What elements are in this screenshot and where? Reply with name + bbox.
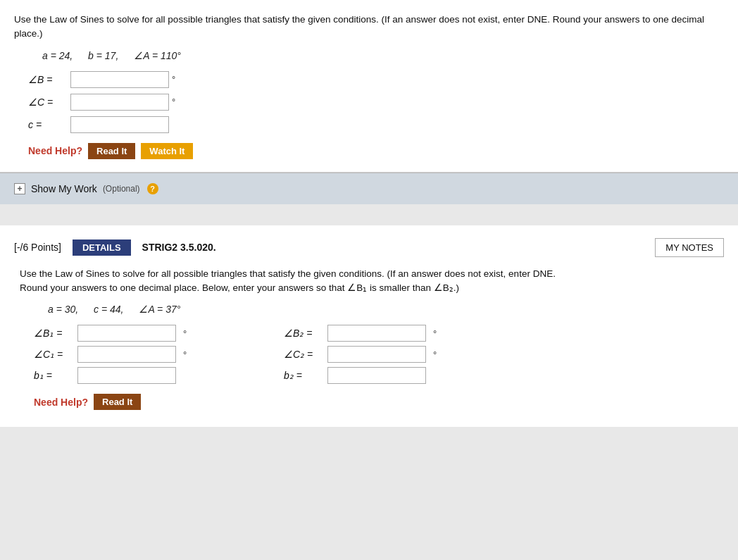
given2-c: c = 44, bbox=[94, 304, 123, 315]
angleC-input[interactable] bbox=[70, 94, 169, 111]
angleB1-input[interactable] bbox=[77, 325, 176, 342]
problem2-given: a = 30, c = 44, ∠A = 37° bbox=[48, 304, 724, 315]
angleB1-row: ∠B₁ = ° bbox=[34, 325, 263, 342]
b2-input[interactable] bbox=[327, 367, 426, 384]
problem2-header: [-/6 Points] DETAILS STRIG2 3.5.020. MY … bbox=[14, 238, 724, 257]
angleB2-degree: ° bbox=[433, 328, 437, 339]
angleC2-input[interactable] bbox=[327, 346, 426, 363]
problem1-given: a = 24, b = 17, ∠A = 110° bbox=[42, 50, 724, 61]
angleB1-degree: ° bbox=[183, 328, 187, 339]
c-label: c = bbox=[28, 119, 70, 130]
need-help-label: Need Help? bbox=[28, 145, 82, 156]
need-help-label-2: Need Help? bbox=[34, 397, 88, 408]
show-my-work-optional: (Optional) bbox=[103, 184, 140, 194]
problem2-instructions-line2: Round your answers to one decimal place.… bbox=[20, 282, 459, 293]
angleB-row: ∠B = ° bbox=[28, 71, 724, 88]
angleC-row: ∠C = ° bbox=[28, 94, 724, 111]
angleB2-label: ∠B₂ = bbox=[284, 328, 323, 339]
b2-label: b₂ = bbox=[284, 370, 323, 381]
angleC1-degree: ° bbox=[183, 349, 187, 360]
b1-input[interactable] bbox=[77, 367, 176, 384]
gap-section bbox=[0, 204, 738, 225]
angleC2-degree: ° bbox=[433, 349, 437, 360]
show-my-work-label: Show My Work bbox=[31, 183, 97, 194]
question-icon: ? bbox=[147, 183, 158, 194]
angleB2-input[interactable] bbox=[327, 325, 426, 342]
problem1-section: Use the Law of Sines to solve for all po… bbox=[0, 0, 738, 173]
angleC-degree: ° bbox=[172, 97, 175, 107]
watch-it-button[interactable]: Watch It bbox=[141, 143, 193, 159]
angleC1-row: ∠C₁ = ° bbox=[34, 346, 263, 363]
angleC2-row: ∠C₂ = ° bbox=[284, 346, 513, 363]
read-it-button[interactable]: Read It bbox=[88, 143, 135, 159]
c-input[interactable] bbox=[70, 116, 169, 133]
plus-icon: + bbox=[14, 183, 25, 194]
show-my-work-section: + Show My Work (Optional) ? bbox=[0, 173, 738, 204]
problem2-input-grid: ∠B₁ = ° ∠B₂ = ° ∠C₁ = ° ∠C₂ = ° bbox=[34, 325, 513, 384]
my-notes-button[interactable]: MY NOTES bbox=[655, 238, 724, 257]
b1-row: b₁ = bbox=[34, 367, 263, 384]
angleB-label: ∠B = bbox=[28, 74, 70, 85]
problem1-instructions: Use the Law of Sines to solve for all po… bbox=[14, 13, 724, 42]
given-a: a = 24, bbox=[42, 50, 73, 61]
angleC2-label: ∠C₂ = bbox=[284, 349, 323, 360]
show-my-work-button[interactable]: + Show My Work (Optional) ? bbox=[14, 183, 158, 194]
points-label: [-/6 Points] bbox=[14, 242, 61, 253]
need-help-row: Need Help? Read It Watch It bbox=[28, 143, 724, 159]
details-button[interactable]: DETAILS bbox=[73, 239, 131, 256]
angleC-label: ∠C = bbox=[28, 97, 70, 108]
problem-code: STRIG2 3.5.020. bbox=[142, 242, 644, 253]
b1-label: b₁ = bbox=[34, 370, 73, 381]
problem2-section: [-/6 Points] DETAILS STRIG2 3.5.020. MY … bbox=[0, 225, 738, 428]
angleC1-label: ∠C₁ = bbox=[34, 349, 73, 360]
given-angleA: ∠A = 110° bbox=[134, 50, 181, 61]
b2-row: b₂ = bbox=[284, 367, 513, 384]
need-help-row-2: Need Help? Read It bbox=[34, 394, 724, 410]
angleB1-label: ∠B₁ = bbox=[34, 328, 73, 339]
given-b: b = 17, bbox=[88, 50, 118, 61]
given2-angleA: ∠A = 37° bbox=[139, 304, 180, 315]
problem2-instructions: Use the Law of Sines to solve for all po… bbox=[14, 267, 724, 296]
angleB-degree: ° bbox=[172, 74, 175, 85]
given2-a: a = 30, bbox=[48, 304, 78, 315]
angleC1-input[interactable] bbox=[77, 346, 176, 363]
c-row: c = bbox=[28, 116, 724, 133]
read-it-button-2[interactable]: Read It bbox=[94, 394, 141, 410]
problem2-instructions-line1: Use the Law of Sines to solve for all po… bbox=[20, 268, 556, 279]
angleB2-row: ∠B₂ = ° bbox=[284, 325, 513, 342]
angleB-input[interactable] bbox=[70, 71, 169, 88]
